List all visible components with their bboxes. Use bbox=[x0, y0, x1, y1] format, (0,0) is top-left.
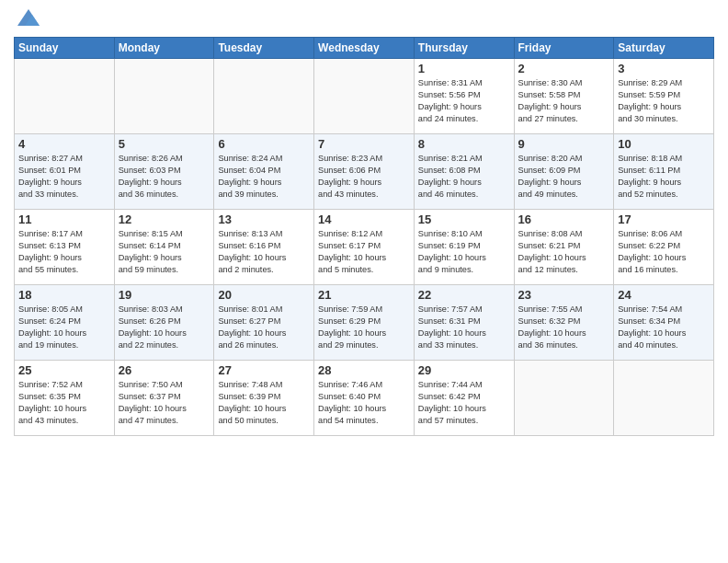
calendar-week-row: 4Sunrise: 8:27 AM Sunset: 6:01 PM Daylig… bbox=[15, 134, 714, 210]
calendar-day-cell: 19Sunrise: 8:03 AM Sunset: 6:26 PM Dayli… bbox=[114, 285, 214, 361]
day-info: Sunrise: 8:03 AM Sunset: 6:26 PM Dayligh… bbox=[119, 304, 210, 351]
day-number: 23 bbox=[518, 288, 610, 302]
day-number: 3 bbox=[618, 62, 710, 75]
day-info: Sunrise: 8:17 AM Sunset: 6:13 PM Dayligh… bbox=[18, 228, 110, 276]
day-number: 8 bbox=[418, 137, 510, 151]
calendar-day-cell: 28Sunrise: 7:46 AM Sunset: 6:40 PM Dayli… bbox=[314, 361, 415, 436]
day-info: Sunrise: 7:50 AM Sunset: 6:37 PM Dayligh… bbox=[119, 379, 210, 427]
day-info: Sunrise: 8:21 AM Sunset: 6:08 PM Dayligh… bbox=[418, 153, 510, 201]
day-info: Sunrise: 8:24 AM Sunset: 6:04 PM Dayligh… bbox=[218, 153, 310, 201]
day-info: Sunrise: 8:30 AM Sunset: 5:58 PM Dayligh… bbox=[518, 77, 610, 125]
calendar-week-row: 1Sunrise: 8:31 AM Sunset: 5:56 PM Daylig… bbox=[15, 59, 714, 134]
day-info: Sunrise: 8:05 AM Sunset: 6:24 PM Dayligh… bbox=[18, 304, 110, 351]
calendar-header-cell: Saturday bbox=[614, 38, 714, 59]
day-info: Sunrise: 8:10 AM Sunset: 6:19 PM Dayligh… bbox=[418, 228, 510, 276]
day-number: 16 bbox=[518, 213, 610, 226]
calendar-day-cell: 17Sunrise: 8:06 AM Sunset: 6:22 PM Dayli… bbox=[614, 210, 714, 285]
calendar-day-cell bbox=[614, 361, 714, 436]
day-number: 17 bbox=[618, 213, 710, 226]
calendar-header-cell: Monday bbox=[114, 38, 214, 59]
calendar-day-cell: 18Sunrise: 8:05 AM Sunset: 6:24 PM Dayli… bbox=[15, 285, 115, 361]
day-number: 2 bbox=[518, 62, 610, 75]
day-number: 28 bbox=[318, 363, 410, 377]
day-info: Sunrise: 8:29 AM Sunset: 5:59 PM Dayligh… bbox=[618, 77, 710, 125]
calendar-day-cell: 4Sunrise: 8:27 AM Sunset: 6:01 PM Daylig… bbox=[15, 134, 115, 210]
day-info: Sunrise: 7:59 AM Sunset: 6:29 PM Dayligh… bbox=[318, 304, 410, 351]
calendar-day-cell: 21Sunrise: 7:59 AM Sunset: 6:29 PM Dayli… bbox=[314, 285, 415, 361]
day-info: Sunrise: 8:13 AM Sunset: 6:16 PM Dayligh… bbox=[218, 228, 310, 276]
day-number: 26 bbox=[119, 363, 210, 377]
day-number: 20 bbox=[218, 288, 310, 302]
day-number: 12 bbox=[119, 213, 210, 226]
calendar-header-cell: Wednesday bbox=[314, 38, 415, 59]
calendar-week-row: 25Sunrise: 7:52 AM Sunset: 6:35 PM Dayli… bbox=[15, 361, 714, 436]
day-number: 25 bbox=[18, 363, 110, 377]
calendar-day-cell: 13Sunrise: 8:13 AM Sunset: 6:16 PM Dayli… bbox=[214, 210, 314, 285]
day-info: Sunrise: 7:44 AM Sunset: 6:42 PM Dayligh… bbox=[418, 379, 510, 427]
calendar-day-cell: 12Sunrise: 8:15 AM Sunset: 6:14 PM Dayli… bbox=[114, 210, 214, 285]
day-info: Sunrise: 8:18 AM Sunset: 6:11 PM Dayligh… bbox=[618, 153, 710, 201]
day-number: 24 bbox=[618, 288, 710, 302]
day-number: 6 bbox=[218, 137, 310, 151]
day-number: 27 bbox=[218, 363, 310, 377]
day-number: 29 bbox=[418, 363, 510, 377]
page-container: SundayMondayTuesdayWednesdayThursdayFrid… bbox=[0, 0, 728, 563]
calendar-day-cell: 15Sunrise: 8:10 AM Sunset: 6:19 PM Dayli… bbox=[414, 210, 514, 285]
day-number: 5 bbox=[119, 137, 210, 151]
calendar-day-cell: 24Sunrise: 7:54 AM Sunset: 6:34 PM Dayli… bbox=[614, 285, 714, 361]
day-number: 4 bbox=[18, 137, 110, 151]
calendar-day-cell: 26Sunrise: 7:50 AM Sunset: 6:37 PM Dayli… bbox=[114, 361, 214, 436]
calendar-day-cell: 10Sunrise: 8:18 AM Sunset: 6:11 PM Dayli… bbox=[614, 134, 714, 210]
calendar-table: SundayMondayTuesdayWednesdayThursdayFrid… bbox=[14, 37, 714, 436]
calendar-day-cell: 27Sunrise: 7:48 AM Sunset: 6:39 PM Dayli… bbox=[214, 361, 314, 436]
day-info: Sunrise: 7:54 AM Sunset: 6:34 PM Dayligh… bbox=[618, 304, 710, 351]
calendar-day-cell: 20Sunrise: 8:01 AM Sunset: 6:27 PM Dayli… bbox=[214, 285, 314, 361]
day-info: Sunrise: 7:48 AM Sunset: 6:39 PM Dayligh… bbox=[218, 379, 310, 427]
calendar-day-cell: 29Sunrise: 7:44 AM Sunset: 6:42 PM Dayli… bbox=[414, 361, 514, 436]
day-info: Sunrise: 8:06 AM Sunset: 6:22 PM Dayligh… bbox=[618, 228, 710, 276]
calendar-day-cell: 3Sunrise: 8:29 AM Sunset: 5:59 PM Daylig… bbox=[614, 59, 714, 134]
day-number: 13 bbox=[218, 213, 310, 226]
calendar-day-cell: 7Sunrise: 8:23 AM Sunset: 6:06 PM Daylig… bbox=[314, 134, 415, 210]
day-info: Sunrise: 7:57 AM Sunset: 6:31 PM Dayligh… bbox=[418, 304, 510, 351]
day-number: 7 bbox=[318, 137, 410, 151]
header bbox=[14, 9, 714, 31]
logo bbox=[14, 9, 41, 31]
day-info: Sunrise: 8:26 AM Sunset: 6:03 PM Dayligh… bbox=[119, 153, 210, 201]
day-info: Sunrise: 7:52 AM Sunset: 6:35 PM Dayligh… bbox=[18, 379, 110, 427]
calendar-week-row: 18Sunrise: 8:05 AM Sunset: 6:24 PM Dayli… bbox=[15, 285, 714, 361]
day-info: Sunrise: 8:12 AM Sunset: 6:17 PM Dayligh… bbox=[318, 228, 410, 276]
day-info: Sunrise: 8:27 AM Sunset: 6:01 PM Dayligh… bbox=[18, 153, 110, 201]
day-number: 22 bbox=[418, 288, 510, 302]
calendar-day-cell: 2Sunrise: 8:30 AM Sunset: 5:58 PM Daylig… bbox=[514, 59, 614, 134]
calendar-header-cell: Thursday bbox=[414, 38, 514, 59]
day-number: 14 bbox=[318, 213, 410, 226]
day-number: 15 bbox=[418, 213, 510, 226]
calendar-day-cell: 23Sunrise: 7:55 AM Sunset: 6:32 PM Dayli… bbox=[514, 285, 614, 361]
day-info: Sunrise: 8:01 AM Sunset: 6:27 PM Dayligh… bbox=[218, 304, 310, 351]
day-info: Sunrise: 7:55 AM Sunset: 6:32 PM Dayligh… bbox=[518, 304, 610, 351]
calendar-header-cell: Friday bbox=[514, 38, 614, 59]
calendar-header-cell: Tuesday bbox=[214, 38, 314, 59]
day-info: Sunrise: 8:23 AM Sunset: 6:06 PM Dayligh… bbox=[318, 153, 410, 201]
calendar-header-cell: Sunday bbox=[15, 38, 115, 59]
day-number: 11 bbox=[18, 213, 110, 226]
day-number: 1 bbox=[418, 62, 510, 75]
day-info: Sunrise: 8:15 AM Sunset: 6:14 PM Dayligh… bbox=[119, 228, 210, 276]
calendar-day-cell: 22Sunrise: 7:57 AM Sunset: 6:31 PM Dayli… bbox=[414, 285, 514, 361]
calendar-day-cell: 14Sunrise: 8:12 AM Sunset: 6:17 PM Dayli… bbox=[314, 210, 415, 285]
calendar-day-cell bbox=[314, 59, 415, 134]
logo-icon bbox=[16, 6, 41, 31]
day-number: 19 bbox=[119, 288, 210, 302]
calendar-day-cell: 16Sunrise: 8:08 AM Sunset: 6:21 PM Dayli… bbox=[514, 210, 614, 285]
calendar-day-cell bbox=[514, 361, 614, 436]
calendar-day-cell: 8Sunrise: 8:21 AM Sunset: 6:08 PM Daylig… bbox=[414, 134, 514, 210]
day-info: Sunrise: 8:31 AM Sunset: 5:56 PM Dayligh… bbox=[418, 77, 510, 125]
day-number: 18 bbox=[18, 288, 110, 302]
day-info: Sunrise: 7:46 AM Sunset: 6:40 PM Dayligh… bbox=[318, 379, 410, 427]
day-info: Sunrise: 8:08 AM Sunset: 6:21 PM Dayligh… bbox=[518, 228, 610, 276]
day-number: 9 bbox=[518, 137, 610, 151]
calendar-day-cell bbox=[15, 59, 115, 134]
calendar-day-cell bbox=[214, 59, 314, 134]
calendar-day-cell: 25Sunrise: 7:52 AM Sunset: 6:35 PM Dayli… bbox=[15, 361, 115, 436]
